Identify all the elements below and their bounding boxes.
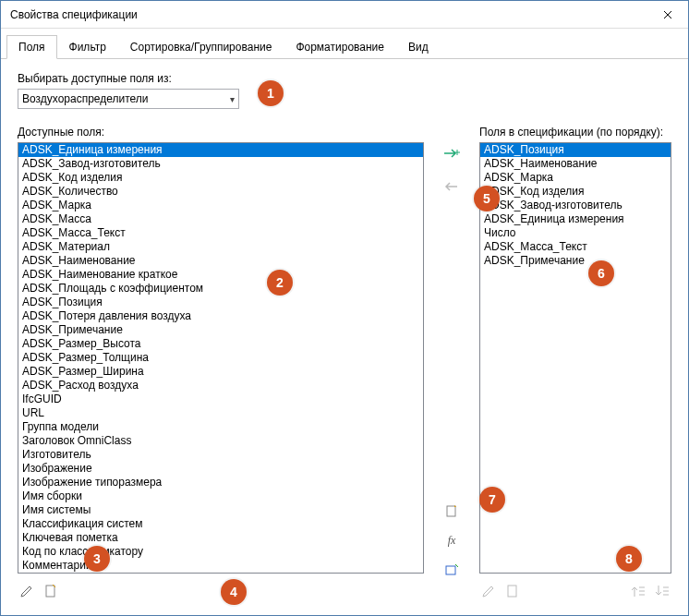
tab-strip: ПоляФильтрСортировка/ГруппированиеФормат… xyxy=(1,29,688,59)
annotation-badge: 1 xyxy=(258,80,284,106)
remove-field-button[interactable] xyxy=(441,177,463,196)
list-item[interactable]: ADSK_Позиция xyxy=(480,143,671,157)
edit-parameter-button[interactable] xyxy=(18,582,36,600)
list-item[interactable]: Заголовок OmniClass xyxy=(18,434,423,448)
list-item[interactable]: ADSK_Расход воздуха xyxy=(18,379,423,393)
list-item[interactable]: Число xyxy=(480,226,671,240)
delete-scheduled-button[interactable] xyxy=(503,582,522,600)
annotation-badge: 5 xyxy=(474,186,500,211)
chevron-down-icon: ▾ xyxy=(230,94,235,104)
list-item[interactable]: ADSK_Марка xyxy=(480,171,671,185)
list-item[interactable]: ADSK_Примечание xyxy=(480,254,671,268)
pencil-icon xyxy=(481,584,496,598)
move-down-icon xyxy=(655,584,670,598)
annotation-badge: 2 xyxy=(267,270,293,296)
list-item[interactable]: ADSK_Размер_Высота xyxy=(18,337,423,351)
list-item[interactable]: IfcGUID xyxy=(18,393,423,406)
list-item[interactable]: ADSK_Код изделия xyxy=(480,185,671,199)
svg-rect-3 xyxy=(508,586,516,597)
list-item[interactable]: ADSK_Примечание xyxy=(18,323,423,337)
list-item[interactable]: ADSK_Масса xyxy=(18,212,423,226)
list-item[interactable]: ADSK_Единица измерения xyxy=(480,212,671,226)
tab[interactable]: Форматирование xyxy=(284,35,396,59)
close-icon xyxy=(663,10,672,19)
edit-scheduled-button[interactable] xyxy=(479,582,498,600)
annotation-badge: 3 xyxy=(84,546,110,572)
annotation-badge: 8 xyxy=(616,546,642,572)
select-from-label: Выбирать доступные поля из: xyxy=(18,72,671,85)
list-item[interactable]: ADSK_Масса_Текст xyxy=(18,226,423,240)
list-item[interactable]: Имя сборки xyxy=(18,489,423,503)
list-item[interactable]: Изображение xyxy=(18,462,423,476)
pencil-icon xyxy=(19,584,34,598)
list-item[interactable]: Ключевая пометка xyxy=(18,531,423,545)
add-field-button[interactable] xyxy=(441,144,463,163)
svg-rect-1 xyxy=(447,506,455,516)
category-dropdown[interactable]: Воздухораспределители ▾ xyxy=(18,89,239,109)
list-item[interactable]: Изображение типоразмера xyxy=(18,476,423,489)
list-item[interactable]: ADSK_Наименование xyxy=(18,254,423,268)
category-dropdown-value: Воздухораспределители xyxy=(22,92,149,105)
annotation-badge: 7 xyxy=(479,487,505,513)
annotation-badge: 4 xyxy=(221,579,247,605)
tab[interactable]: Поля xyxy=(6,35,57,59)
svg-rect-2 xyxy=(446,566,455,574)
list-item[interactable]: URL xyxy=(18,406,423,420)
list-item[interactable]: ADSK_Площадь с коэффициентом xyxy=(18,282,423,296)
delete-page-icon xyxy=(505,584,520,598)
scheduled-fields-list[interactable]: ADSK_ПозицияADSK_НаименованиеADSK_МаркаA… xyxy=(479,142,671,574)
close-button[interactable] xyxy=(647,1,688,29)
list-item[interactable]: ADSK_Материал xyxy=(18,240,423,254)
list-item[interactable]: ADSK_Наименование краткое xyxy=(18,268,423,282)
list-item[interactable]: ADSK_Завод-изготовитель xyxy=(18,157,423,171)
list-item[interactable]: ADSK_Потеря давления воздуха xyxy=(18,309,423,323)
tab[interactable]: Сортировка/Группирование xyxy=(118,35,284,59)
available-fields-list[interactable]: ADSK_Единица измеренияADSK_Завод-изготов… xyxy=(18,142,424,574)
tab[interactable]: Вид xyxy=(396,35,441,59)
move-down-button[interactable] xyxy=(653,582,671,600)
list-item[interactable]: ADSK_Масса_Текст xyxy=(480,240,671,254)
list-item[interactable]: ADSK_Завод-изготовитель xyxy=(480,199,671,212)
available-label: Доступные поля: xyxy=(18,126,424,139)
titlebar: Свойства спецификации xyxy=(1,1,688,29)
arrow-right-add-icon xyxy=(442,146,461,161)
list-item[interactable]: ADSK_Размер_Толщина xyxy=(18,351,423,365)
list-item[interactable]: ADSK_Позиция xyxy=(18,296,423,309)
combine-icon xyxy=(444,562,459,577)
list-item[interactable]: Группа модели xyxy=(18,420,423,434)
svg-rect-0 xyxy=(46,586,54,597)
list-item[interactable]: ADSK_Код изделия xyxy=(18,171,423,185)
list-item[interactable]: ADSK_Размер_Ширина xyxy=(18,365,423,379)
new-page-star-icon xyxy=(444,503,459,518)
new-parameter-button[interactable] xyxy=(42,582,60,600)
list-item[interactable]: ADSK_Наименование xyxy=(480,157,671,171)
move-up-button[interactable] xyxy=(629,582,647,600)
list-item[interactable]: Классификация систем xyxy=(18,517,423,531)
tab[interactable]: Фильтр xyxy=(57,35,118,59)
list-item[interactable]: ADSK_Количество xyxy=(18,185,423,199)
new-parameter-mid-button[interactable] xyxy=(441,501,463,520)
arrow-left-icon xyxy=(442,179,461,194)
new-page-icon xyxy=(43,584,58,598)
combine-parameters-button[interactable] xyxy=(441,561,463,579)
calculated-value-button[interactable]: fx xyxy=(441,531,463,550)
annotation-badge: 6 xyxy=(588,260,614,286)
list-item[interactable]: Код по классификатору xyxy=(18,545,423,559)
scheduled-label: Поля в спецификации (по порядку): xyxy=(479,126,671,139)
list-item[interactable]: ADSK_Марка xyxy=(18,199,423,212)
list-item[interactable]: ADSK_Единица измерения xyxy=(18,143,423,157)
window-title: Свойства спецификации xyxy=(10,8,647,21)
list-item[interactable]: Изготовитель xyxy=(18,448,423,462)
list-item[interactable]: Имя системы xyxy=(18,503,423,517)
move-up-icon xyxy=(631,584,646,598)
list-item[interactable]: Комментарии xyxy=(18,559,423,573)
